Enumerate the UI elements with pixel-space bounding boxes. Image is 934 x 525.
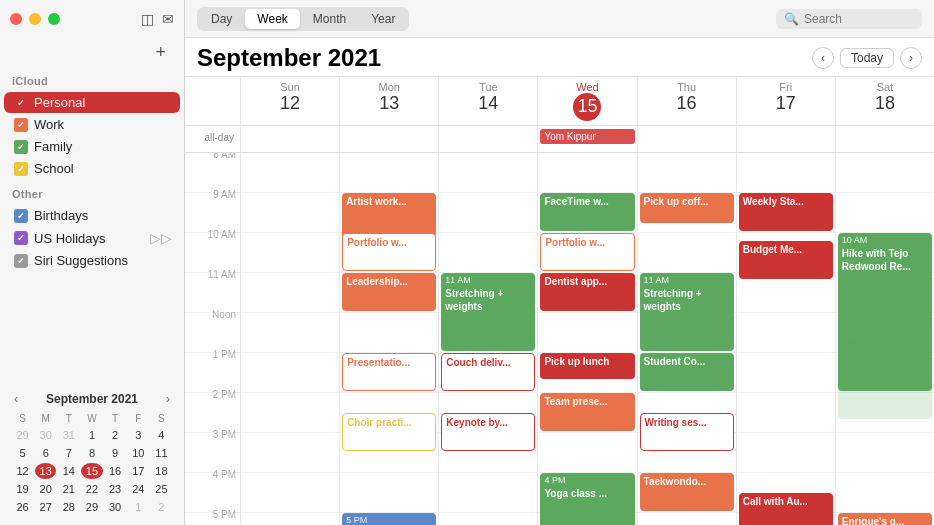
mini-cal-day[interactable]: 23 [105, 481, 126, 497]
calendar-event[interactable]: FaceTime w... [540, 193, 634, 231]
calendar-event[interactable]: Pick up coff... [640, 193, 734, 223]
mini-cal-day[interactable]: 20 [35, 481, 56, 497]
mini-cal-day[interactable]: 26 [12, 499, 33, 515]
maximize-button[interactable] [48, 13, 60, 25]
tab-year[interactable]: Year [359, 9, 407, 29]
add-calendar-button[interactable]: + [145, 42, 176, 63]
day-col-5[interactable]: Weekly Sta...Budget Me...Call with Au... [736, 153, 835, 525]
tab-month[interactable]: Month [301, 9, 358, 29]
calendar-event[interactable]: Keynote by... [441, 413, 535, 451]
calendar-event[interactable]: Dentist app... [540, 273, 634, 311]
mini-cal-day[interactable]: 13 [35, 463, 56, 479]
day-col-2[interactable]: Couch deliv...11 AMStretching + weightsK… [438, 153, 537, 525]
time-cell [538, 313, 636, 353]
sidebar-item-work[interactable]: ✓ Work [4, 114, 180, 135]
mini-cal-day[interactable]: 29 [12, 427, 33, 443]
calendar-event[interactable]: Presentatio... [342, 353, 436, 391]
allday-cell-1[interactable] [339, 126, 438, 152]
calendar-event[interactable]: 5 PMScience fair [342, 513, 436, 525]
sidebar-item-school[interactable]: ✓ School [4, 158, 180, 179]
inbox-icon[interactable]: ✉ [162, 11, 174, 27]
allday-cell-6[interactable] [835, 126, 934, 152]
prev-week-button[interactable]: ‹ [812, 47, 834, 69]
mini-cal-day[interactable]: 12 [12, 463, 33, 479]
sidebar-item-us-holidays[interactable]: ✓ US Holidays ▷▷ [4, 227, 180, 249]
sidebar-item-family[interactable]: ✓ Family [4, 136, 180, 157]
mini-cal-day[interactable]: 17 [128, 463, 149, 479]
mini-cal-day[interactable]: 24 [128, 481, 149, 497]
mini-cal-day[interactable]: 4 [151, 427, 172, 443]
allday-cell-3[interactable]: Yom Kippur [537, 126, 636, 152]
calendar-event[interactable]: Leadership... [342, 273, 436, 311]
sidebar-toggle-icon[interactable]: ◫ [141, 11, 154, 27]
calendar-event[interactable]: Couch deliv... [441, 353, 535, 391]
tab-week[interactable]: Week [245, 9, 299, 29]
allday-cell-0[interactable] [240, 126, 339, 152]
calendar-event[interactable]: Writing ses... [640, 413, 734, 451]
mini-cal-day[interactable]: 25 [151, 481, 172, 497]
mini-cal-day[interactable]: 22 [81, 481, 102, 497]
mini-cal-day[interactable]: 2 [105, 427, 126, 443]
mini-cal-day[interactable]: 1 [128, 499, 149, 515]
allday-cell-4[interactable] [637, 126, 736, 152]
mini-cal-day[interactable]: 2 [151, 499, 172, 515]
calendar-event[interactable]: Portfolio w... [342, 233, 436, 271]
calendar-event[interactable]: 4 PMYoga class ... [540, 473, 634, 525]
day-col-4[interactable]: Pick up coff...11 AMStretching + weights… [637, 153, 736, 525]
day-col-1[interactable]: Artist work...Portfolio w...Leadership..… [339, 153, 438, 525]
next-week-button[interactable]: › [900, 47, 922, 69]
mini-cal-day[interactable]: 8 [81, 445, 102, 461]
calendar-event[interactable]: Portfolio w... [540, 233, 634, 271]
mini-cal-day[interactable]: 9 [105, 445, 126, 461]
allday-cell-2[interactable] [438, 126, 537, 152]
day-col-3[interactable]: FaceTime w...Portfolio w...Dentist app..… [537, 153, 636, 525]
search-input[interactable] [804, 12, 914, 26]
sidebar-item-siri[interactable]: ✓ Siri Suggestions [4, 250, 180, 271]
sidebar-item-birthdays[interactable]: ✓ Birthdays [4, 205, 180, 226]
mini-cal-day[interactable]: 11 [151, 445, 172, 461]
mini-cal-day[interactable]: 18 [151, 463, 172, 479]
calendar-event[interactable]: 11 AMStretching + weights [441, 273, 535, 351]
mini-cal-day[interactable]: 6 [35, 445, 56, 461]
calendar-event[interactable]: Taekwondo... [640, 473, 734, 511]
calendar-event[interactable]: Call with Au... [739, 493, 833, 525]
mini-cal-day[interactable]: 16 [105, 463, 126, 479]
allday-event[interactable]: Yom Kippur [540, 129, 634, 144]
mini-cal-day[interactable]: 7 [58, 445, 79, 461]
time-cell [836, 153, 934, 193]
mini-cal-day[interactable]: 28 [58, 499, 79, 515]
time-grid[interactable]: 8 AM9 AM10 AM11 AMNoon1 PM2 PM3 PM4 PM5 … [185, 153, 934, 525]
minimize-button[interactable] [29, 13, 41, 25]
close-button[interactable] [10, 13, 22, 25]
mini-cal-day[interactable]: 19 [12, 481, 33, 497]
calendar-event[interactable]: 12 PMFamily Picnic [838, 321, 932, 419]
mini-cal-next[interactable]: › [162, 391, 174, 406]
day-col-0[interactable] [240, 153, 339, 525]
mini-cal-day[interactable]: 21 [58, 481, 79, 497]
calendar-event[interactable]: Pick up lunch [540, 353, 634, 379]
calendar-event[interactable]: Weekly Sta... [739, 193, 833, 231]
allday-cell-5[interactable] [736, 126, 835, 152]
mini-cal-day[interactable]: 27 [35, 499, 56, 515]
calendar-event[interactable]: Choir practi... [342, 413, 436, 451]
calendar-event[interactable]: Budget Me... [739, 241, 833, 279]
mini-cal-day[interactable]: 5 [12, 445, 33, 461]
calendar-event[interactable]: Student Co... [640, 353, 734, 391]
mini-cal-day[interactable]: 30 [35, 427, 56, 443]
mini-cal-day[interactable]: 30 [105, 499, 126, 515]
day-col-6[interactable]: 10 AMHike with Tejo Redwood Re...12 PMFa… [835, 153, 934, 525]
mini-cal-day[interactable]: 31 [58, 427, 79, 443]
mini-cal-day[interactable]: 14 [58, 463, 79, 479]
mini-cal-day[interactable]: 3 [128, 427, 149, 443]
mini-cal-day[interactable]: 15 [81, 463, 102, 479]
calendar-event[interactable]: Team prese... [540, 393, 634, 431]
today-button[interactable]: Today [840, 48, 894, 68]
calendar-event[interactable]: 11 AMStretching + weights [640, 273, 734, 351]
sidebar-item-personal[interactable]: ✓ Personal [4, 92, 180, 113]
mini-cal-day[interactable]: 29 [81, 499, 102, 515]
calendar-event[interactable]: Enrique's g... [838, 513, 932, 525]
mini-cal-day[interactable]: 1 [81, 427, 102, 443]
mini-cal-prev[interactable]: ‹ [10, 391, 22, 406]
mini-cal-day[interactable]: 10 [128, 445, 149, 461]
tab-day[interactable]: Day [199, 9, 244, 29]
